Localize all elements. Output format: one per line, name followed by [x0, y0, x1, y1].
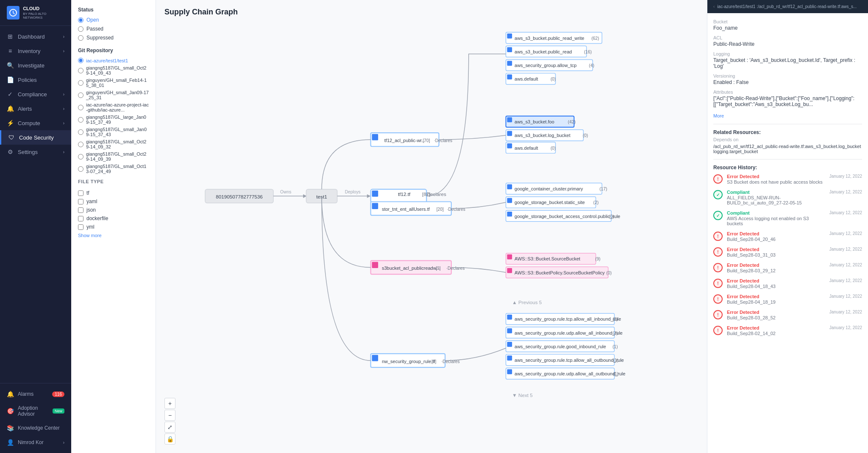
sidebar-item-compute[interactable]: ⚡ Compute ›: [0, 116, 71, 130]
show-more-link[interactable]: Show more: [78, 233, 102, 238]
compute-icon: ⚡: [7, 120, 14, 126]
inventory-icon: ≡: [7, 48, 14, 54]
sidebar-logo: CLOUD BY PALO ALTO NETWORKS: [0, 0, 71, 26]
svg-text:aws.default: aws.default: [515, 76, 538, 81]
svg-text:Deploys: Deploys: [345, 190, 361, 194]
attributes-detail: Attributes ["Acl":["Public-Read-Write"],…: [713, 89, 862, 107]
alarms-icon: 🔔: [7, 391, 14, 397]
versioning-label: Versioning: [713, 73, 862, 78]
git-repo-5[interactable]: giangng5187/GL_large_Jan09-15_37_49: [78, 115, 149, 125]
svg-text:aws_s3_bucket.public_read: aws_s3_bucket.public_read: [515, 49, 572, 54]
history-title: Resource History:: [713, 165, 862, 171]
sidebar-item-investigate[interactable]: 🔍 Investigate: [0, 58, 71, 73]
svg-text:(16): (16): [584, 50, 592, 54]
svg-text:google_storage_bucket_access_c: google_storage_bucket_access_control.pub…: [515, 214, 620, 219]
lock-button[interactable]: 🔒: [164, 433, 175, 445]
svg-rect-26: [507, 61, 512, 66]
sidebar-item-inventory[interactable]: ≡ Inventory ›: [0, 44, 71, 58]
chevron-left-icon: ‹: [713, 4, 715, 9]
logging-label: Logging: [713, 51, 862, 56]
depends-on-value: /acl_pub_rd_wr/tf12_acl_public-read-writ…: [713, 144, 862, 154]
chevron-right-icon: ›: [63, 440, 64, 445]
sidebar-item-compliance[interactable]: ✓ Compliance ›: [0, 87, 71, 101]
svg-rect-99: [507, 355, 512, 361]
more-link[interactable]: More: [713, 113, 724, 118]
sidebar-item-adoption-advisor[interactable]: 🎯 Adoption Advisor New: [0, 401, 71, 421]
svg-text:·Declares: ·Declares: [434, 138, 452, 143]
svg-text:(0): (0): [606, 271, 612, 275]
graph-title: Supply Chain Graph: [164, 8, 238, 17]
sidebar-item-alarms[interactable]: 🔔 Alarms 116: [0, 387, 71, 401]
error-icon: !: [713, 247, 723, 257]
zoom-out-button[interactable]: −: [164, 410, 175, 421]
svg-text:(0): (0): [551, 77, 556, 81]
svg-rect-51: [372, 203, 378, 209]
git-repo-2[interactable]: ginguyen/GH_small_Feb14-15_38_01: [78, 78, 149, 88]
supply-chain-svg: 80190507782777536 Owns test1 Deploys tf1…: [156, 0, 707, 453]
sidebar-item-label: Nimrod Kor: [18, 439, 44, 445]
history-list: !Error DetectedS3 Bucket does not have p…: [713, 174, 862, 336]
chevron-right-icon: ›: [63, 121, 64, 126]
sidebar-item-user[interactable]: 👤 Nimrod Kor ›: [0, 435, 71, 450]
svg-text:aws_security_group.allow_tcp: aws_security_group.allow_tcp: [515, 63, 576, 68]
svg-marker-10: [367, 194, 371, 198]
history-desc: S3 Bucket does not have public access bl…: [727, 179, 825, 185]
logo-title: CLOUD: [23, 6, 64, 11]
status-open[interactable]: Open: [78, 17, 149, 23]
sidebar-item-settings[interactable]: ⚙ Settings ›: [0, 145, 71, 159]
history-item: !Error DetectedBuild_Sep28-04_18_43Janua…: [713, 278, 862, 289]
sidebar-item-dashboard[interactable]: ⊞ Dashboard ›: [0, 29, 71, 44]
svg-rect-103: [507, 369, 512, 374]
file-type-tf[interactable]: tf: [78, 190, 149, 196]
file-type-json[interactable]: json: [78, 207, 149, 213]
history-desc: Build_Sep28-02_14_02: [727, 331, 825, 336]
status-passed[interactable]: Passed: [78, 26, 149, 32]
file-type-list: tf yaml json dockerfile yml: [78, 190, 149, 230]
adoption-advisor-icon: 🎯: [7, 408, 14, 414]
git-repo-3[interactable]: ginguyen/GH_small_Jan09-17_25_31: [78, 90, 149, 100]
chevron-right-icon: ›: [63, 92, 64, 97]
status-suppressed[interactable]: Suppressed: [78, 35, 149, 41]
svg-text:tf12_acl_public-wr...: tf12_acl_public-wr...: [384, 138, 426, 143]
svg-text:google_container_cluster.prima: google_container_cluster.primary: [515, 186, 583, 191]
history-desc: Build_Sep28-04_18_43: [727, 284, 825, 289]
history-status: Error Detected: [727, 231, 825, 236]
error-icon: !: [713, 326, 723, 335]
git-repo-6[interactable]: giangng5187/GL_small_Jan09-15_37_43: [78, 127, 149, 137]
sidebar-item-alerts[interactable]: 🔔 Alerts ›: [0, 101, 71, 116]
chevron-right-icon: ›: [63, 34, 64, 39]
history-status: Error Detected: [727, 294, 825, 299]
attributes-value: ["Acl":["Public-Read-Write"],["Bucket":[…: [713, 95, 862, 107]
file-type-yml[interactable]: yml: [78, 224, 149, 230]
related-resources-title: Related Resources:: [713, 129, 862, 135]
svg-text:80190507782777536: 80190507782777536: [216, 194, 263, 199]
history-desc: AWS Access logging not enabled on S3 buc…: [727, 216, 825, 226]
filter-panel: Status Open Passed Suppressed Git Reposi…: [71, 0, 156, 453]
svg-text:[9]: [9]: [436, 266, 441, 271]
sidebar-item-code-security[interactable]: 🛡 Code Security: [0, 130, 71, 145]
file-type-dockerfile[interactable]: dockerfile: [78, 215, 149, 221]
git-repo-7[interactable]: giangng5187/GL_small_Oct29-14_09_32: [78, 139, 149, 149]
history-item: !Error DetectedBuild_Sep28-03_28_52Janua…: [713, 310, 862, 320]
code-security-icon: 🛡: [8, 134, 15, 141]
svg-text:(17): (17): [599, 187, 607, 191]
fit-button[interactable]: ⤢: [164, 422, 175, 433]
error-icon: !: [713, 174, 723, 184]
svg-text:aws_s3_bucket.log_bucket: aws_s3_bucket.log_bucket: [515, 133, 570, 138]
sidebar-nav: ⊞ Dashboard › ≡ Inventory › 🔍 Investigat…: [0, 26, 71, 383]
sidebar-item-knowledge-center[interactable]: 📚 Knowledge Center: [0, 421, 71, 435]
git-repo-9[interactable]: giangng5187/GL_small_Oct13-07_24_49: [78, 164, 149, 174]
history-status: Error Detected: [727, 247, 825, 252]
svg-text:(1): (1): [612, 344, 618, 349]
zoom-in-button[interactable]: +: [164, 398, 175, 409]
svg-text:▼ Next 5: ▼ Next 5: [512, 392, 533, 398]
git-repo-4[interactable]: iac-azure/iac-azure-project-iac-github/i…: [78, 102, 149, 112]
git-section-title: Git Repository: [78, 48, 149, 53]
git-repo-1[interactable]: giangng5187/GL_small_Oct29-14_09_43: [78, 65, 149, 76]
git-repo-0[interactable]: iac-azure/test1/test1: [78, 58, 149, 63]
compliant-icon: ✓: [713, 190, 723, 199]
sidebar-item-policies[interactable]: 📄 Policies: [0, 73, 71, 87]
git-repo-8[interactable]: giangng5187/GL_small_Oct29-14_09_39: [78, 151, 149, 162]
svg-rect-43: [507, 131, 512, 136]
file-type-yaml[interactable]: yaml: [78, 199, 149, 204]
